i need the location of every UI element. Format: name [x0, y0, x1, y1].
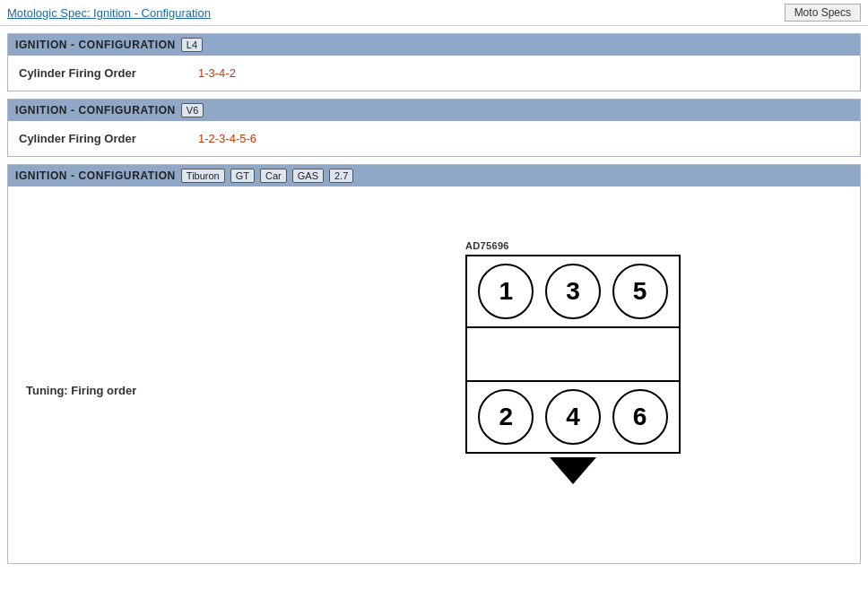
section-l4-header: IGNITION - CONFIGURATION L4: [8, 34, 860, 56]
section-tiburon-header-text: IGNITION - CONFIGURATION: [15, 169, 176, 182]
tuning-label: Tuning: Firing order: [26, 384, 136, 397]
section-tiburon-header: IGNITION - CONFIGURATION Tiburon GT Car …: [8, 165, 860, 187]
section-l4-body: Cylinder Firing Order 1-3-4-2: [8, 56, 860, 91]
section-v6-body: Cylinder Firing Order 1-2-3-4-5-6: [8, 121, 860, 156]
cylinder-bottom-row: 2 4 6: [467, 382, 679, 452]
row-value-v6: 1-2-3-4-5-6: [198, 132, 256, 145]
row-label-v6: Cylinder Firing Order: [19, 132, 198, 145]
section-tiburon-tag-gas: GAS: [292, 169, 324, 183]
cylinder-grid: 1 3 5 2 4 6: [465, 255, 681, 454]
section-v6: IGNITION - CONFIGURATION V6 Cylinder Fir…: [7, 99, 861, 157]
row-firing-order-v6: Cylinder Firing Order 1-2-3-4-5-6: [19, 128, 849, 149]
section-v6-header: IGNITION - CONFIGURATION V6: [8, 100, 860, 121]
arrow-head: [550, 457, 596, 484]
cylinder-5: 5: [612, 264, 668, 319]
cylinder-middle-row: [467, 328, 679, 382]
row-value-l4: 1-3-4-2: [198, 66, 236, 80]
row-firing-order-l4: Cylinder Firing Order 1-3-4-2: [19, 63, 849, 83]
cylinder-top-row: 1 3 5: [467, 256, 679, 328]
top-bar: Motologic Spec: Ignition - Configuration…: [0, 0, 868, 26]
cylinder-6: 6: [612, 389, 668, 445]
section-tiburon-tag-27: 2.7: [329, 169, 353, 183]
section-tiburon-tag-gt: GT: [230, 169, 255, 183]
diagram-label: AD75696: [465, 240, 681, 251]
section-tiburon-tag-tiburon: Tiburon: [181, 169, 225, 183]
page-title-link[interactable]: Motologic Spec: Ignition - Configuration: [7, 6, 211, 20]
section-l4-tag-l4: L4: [181, 38, 203, 52]
cylinder-4: 4: [545, 389, 601, 445]
section-tiburon-body: Tuning: Firing order AD75696 1 3 5 2 4 6: [8, 187, 860, 563]
cylinder-3: 3: [545, 264, 601, 319]
cylinder-diagram: AD75696 1 3 5 2 4 6: [465, 240, 681, 457]
row-label-l4: Cylinder Firing Order: [19, 66, 198, 80]
section-v6-header-text: IGNITION - CONFIGURATION: [15, 104, 176, 117]
section-tiburon: IGNITION - CONFIGURATION Tiburon GT Car …: [7, 164, 861, 564]
section-l4: IGNITION - CONFIGURATION L4 Cylinder Fir…: [7, 33, 861, 91]
cylinder-1: 1: [478, 264, 534, 319]
section-l4-header-text: IGNITION - CONFIGURATION: [15, 39, 176, 51]
section-v6-tag-v6: V6: [181, 103, 204, 117]
moto-specs-button[interactable]: Moto Specs: [785, 4, 861, 22]
section-tiburon-tag-car: Car: [260, 169, 287, 183]
cylinder-2: 2: [478, 389, 534, 445]
